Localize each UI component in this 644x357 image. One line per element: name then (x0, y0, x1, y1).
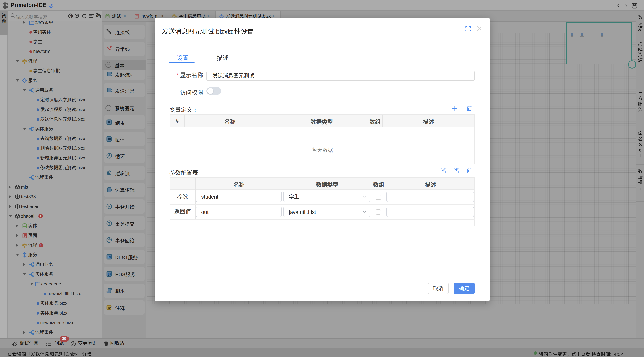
svg-text:AI: AI (69, 14, 72, 17)
svg-text:文: 文 (98, 15, 100, 18)
svg-text:E: E (110, 46, 112, 48)
svg-text:E: E (108, 272, 110, 275)
svg-text:R: R (108, 256, 110, 258)
